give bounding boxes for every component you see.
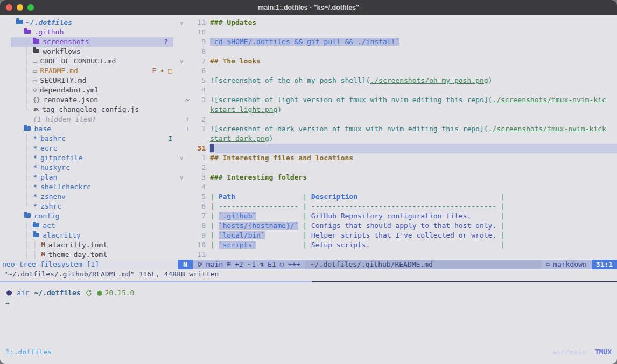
editor-line[interactable]: 7| `.github` | GitHub Repository configu…	[178, 211, 617, 221]
tree-item-gitprofile[interactable]: │ *gitprofile	[0, 153, 178, 163]
editor-line[interactable]: 8| `hosts/{hostname}/` | Configs that sh…	[178, 221, 617, 231]
tree-item-dotfiles[interactable]: ~/.dotfiles	[0, 18, 178, 27]
line-text	[209, 182, 617, 192]
tree-item-label: base	[34, 124, 51, 134]
window-title: main:1:.dotfiles - "ks~/.dotfiles"	[258, 4, 359, 11]
folder-icon	[16, 20, 23, 24]
traffic-lights	[6, 4, 34, 11]
toml-icon: M	[41, 250, 45, 260]
tree-item-ecrc[interactable]: │ *ecrc	[0, 144, 178, 153]
editor-line[interactable]: +1![screenshot of dark version of tmux w…	[178, 124, 617, 134]
tree-item-1-hidden-item[interactable]: (1 hidden item)	[0, 115, 178, 124]
star-icon: *	[33, 144, 37, 153]
tree-item-readme-md[interactable]: │ ▭README.mdE•□	[0, 66, 178, 76]
editor-line[interactable]: 9| `local/bin` | Helper scripts that I'v…	[178, 231, 617, 240]
tree-item-security-md[interactable]: │ ▭SECURITY.md	[0, 76, 178, 85]
tree-item-theme-day-toml[interactable]: │ │ Mtheme-day.toml	[0, 250, 178, 260]
tree-item-screenshots[interactable]: │ screenshots?	[11, 37, 173, 47]
editor-line[interactable]: ∨7## The looks	[178, 56, 617, 66]
maximize-button[interactable]	[27, 4, 34, 11]
close-button[interactable]	[6, 4, 12, 11]
tree-item-act[interactable]: │ act	[0, 221, 178, 231]
editor-line[interactable]: +2	[178, 115, 617, 124]
tree-item-label: ecrc	[40, 144, 57, 153]
indent-guides: │	[12, 231, 33, 240]
tree-item-workflows[interactable]: │ workflows	[0, 47, 178, 56]
editor-line[interactable]: 5![screenshot of the oh-my-posh shell](.…	[178, 76, 617, 85]
tmux-pane-separator[interactable]	[312, 281, 617, 282]
statusline-extra: +++	[288, 260, 300, 269]
editor-line[interactable]: 10| `scripts` | Setup scripts. |	[178, 240, 617, 250]
segment-pipe: |	[256, 241, 311, 249]
folder-icon	[24, 30, 31, 34]
editor-line[interactable]: start-dark.png)	[178, 134, 617, 144]
indent-guides: │	[12, 85, 33, 95]
line-text: | ------------------- | ----------------…	[209, 202, 617, 211]
file-md-icon: ▭	[33, 66, 37, 76]
editor-line[interactable]: 4	[178, 182, 617, 192]
mode-indicator: N	[178, 260, 193, 269]
line-text: start-dark.png)	[209, 134, 617, 144]
editor-line[interactable]: ~3![screenshot of light version of tmux …	[178, 95, 617, 105]
line-number: 10	[178, 27, 206, 37]
line-text: ![screenshot of dark version of tmux wit…	[209, 124, 617, 134]
tree-item-alacritty[interactable]: │ alacritty	[0, 231, 178, 240]
tree-item-plan[interactable]: │ *plan	[0, 173, 178, 182]
vim-message-line: "~/.dotfiles/.github/README.md" 116L, 44…	[0, 269, 219, 279]
tree-item-code-of-conduct-md[interactable]: │ ▭CODE_OF_CONDUCT.md	[0, 56, 178, 66]
git-status-segment: main ⊞ +2 ~1 ⚗ E1 ◷ +++	[193, 260, 305, 269]
filetype-label: markdown	[553, 260, 587, 269]
indent-guides: │	[12, 182, 33, 192]
editor-line[interactable]: 9`cd $HOME/.dotfiles && git pull && ./in…	[178, 37, 617, 47]
folder-icon	[33, 49, 39, 53]
tree-item-label: (1 hidden item)	[33, 115, 96, 124]
segment-pipe: | ------------------- | ----------------…	[210, 202, 505, 210]
line-text: ![screenshot of the oh-my-posh shell](./…	[209, 76, 617, 85]
editor-line[interactable]: 2	[178, 163, 617, 173]
line-number: 3	[178, 173, 206, 182]
tree-item-dependabot-yml[interactable]: │ ⚙dependabot.yml	[0, 85, 178, 95]
minimize-button[interactable]	[17, 4, 23, 11]
file-md-icon: ▭	[33, 56, 37, 66]
editor-line[interactable]: 6| ------------------- | ---------------…	[178, 202, 617, 211]
line-number: 10	[178, 240, 206, 250]
segment-pipe: |	[471, 212, 505, 220]
editor-line[interactable]: 5| Path | Description |	[178, 192, 617, 202]
editor-line[interactable]: 31	[178, 144, 617, 153]
editor-line[interactable]: 11	[178, 250, 617, 260]
editor-line[interactable]: ∨11### Updates	[178, 18, 617, 27]
tree-item-base[interactable]: base	[0, 124, 178, 134]
line-text	[209, 47, 617, 56]
tree-item-shellcheckrc[interactable]: │ *shellcheckrc	[0, 182, 178, 192]
folder-icon	[33, 233, 39, 237]
tree-item-bashrc[interactable]: │ *bashrcI	[0, 134, 178, 144]
tmux-pane-separator-active[interactable]	[0, 281, 312, 282]
indent-guides	[12, 124, 24, 134]
tree-item-huskyrc[interactable]: │ *huskyrc	[0, 163, 178, 173]
editor-line[interactable]: 8	[178, 47, 617, 56]
line-number: 4	[178, 85, 206, 95]
tree-item-tag-changelog-config-js[interactable]: └ JStag-changelog-config.js	[0, 105, 178, 115]
prompt-cwd: ~/.dotfiles	[34, 288, 80, 298]
segment-pipe: |	[235, 192, 311, 201]
indent-guides: │	[12, 221, 33, 231]
editor-pane[interactable]: ∨11### Updates109`cd $HOME/.dotfiles && …	[178, 15, 617, 260]
prompt-input-line[interactable]: →	[5, 298, 10, 308]
tree-item-zshrc[interactable]: └ *zshrc	[0, 202, 178, 211]
tree-item-zshenv[interactable]: │ *zshenv	[0, 192, 178, 202]
tree-item-renovate-json[interactable]: │ {}renovate.json	[0, 95, 178, 105]
editor-line[interactable]: 4	[178, 85, 617, 95]
editor-line[interactable]: ∨3### Interesting folders	[178, 173, 617, 182]
editor-line[interactable]: 6	[178, 66, 617, 76]
tree-item-label: dependabot.yml	[40, 85, 99, 95]
editor-line[interactable]: 10	[178, 27, 617, 37]
tree-item-github[interactable]: .github	[0, 27, 178, 37]
editor-line[interactable]: kstart-light.png)	[178, 105, 617, 115]
tmux-window-label[interactable]: 1:.dotfiles	[0, 347, 52, 357]
line-number: 8	[178, 221, 206, 231]
tree-item-config[interactable]: config	[0, 211, 178, 221]
tree-item-alacritty-toml[interactable]: │ │ Malacritty.toml	[0, 240, 178, 250]
tree-item-label: CODE_OF_CONDUCT.md	[40, 56, 116, 66]
segment-pipe: |	[496, 222, 505, 230]
editor-line[interactable]: ∨1## Interesting files and locations	[178, 153, 617, 163]
